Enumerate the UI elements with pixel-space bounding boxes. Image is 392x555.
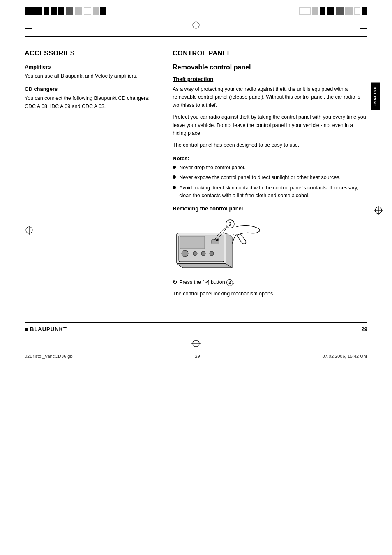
circle-number-2: 2	[226, 279, 233, 286]
corner-mark-bottom-right	[359, 339, 367, 347]
bottom-marks-row	[0, 336, 392, 351]
main-content: ACCESSORIES Amplifiers You can use all B…	[0, 37, 392, 310]
svg-point-14	[201, 251, 205, 256]
crosshair-bottom	[191, 339, 201, 348]
brand-area: BLAUPUNKT	[25, 326, 282, 332]
bar-block	[100, 7, 106, 15]
svg-point-13	[193, 251, 197, 256]
bar-block	[44, 7, 49, 15]
amplifiers-text: You can use all Blaupunkt and Velocity a…	[25, 72, 156, 80]
cd-changers-title: CD changers	[25, 86, 156, 92]
page-number: 29	[362, 326, 367, 332]
theft-protection-text-1: As a way of protecting your car radio ag…	[173, 85, 367, 109]
list-item: Avoid making direct skin contact with th…	[173, 184, 367, 200]
bar-block	[299, 7, 311, 15]
accessories-title: ACCESSORIES	[25, 50, 156, 57]
svg-point-15	[210, 251, 214, 256]
control-panel-illustration: 2	[173, 216, 263, 270]
bullet-icon	[173, 186, 176, 189]
note-1: Never drop the control panel.	[179, 164, 245, 172]
bar-block	[336, 7, 344, 15]
bar-block	[51, 7, 57, 15]
bar-block	[327, 7, 334, 15]
crosshair-right	[374, 206, 383, 215]
bar-block	[312, 7, 318, 15]
top-marks-row	[0, 15, 392, 35]
bar-block	[345, 7, 353, 15]
footer-center: 29	[195, 354, 200, 359]
amplifiers-title: Amplifiers	[25, 64, 156, 70]
notes-title: Notes:	[173, 155, 367, 161]
svg-point-12	[182, 250, 188, 257]
list-item: Never expose the control panel to direct…	[173, 174, 367, 182]
theft-protection-title: Theft protection	[173, 76, 367, 82]
theft-protection-text-2: Protect you car radio against theft by t…	[173, 113, 367, 137]
bar-block	[362, 7, 367, 15]
bar-block	[66, 7, 73, 15]
bar-block	[354, 7, 360, 15]
crosshair-left	[25, 226, 34, 235]
removing-title: Removing the control panel	[173, 205, 367, 212]
list-item: Never drop the control panel.	[173, 164, 367, 172]
brand-name: BLAUPUNKT	[30, 326, 67, 332]
control-panel-title: CONTROL PANEL	[173, 50, 367, 57]
svg-text:2: 2	[229, 221, 232, 227]
removable-control-panel-title: Removable control panel	[173, 64, 367, 71]
notes-list: Never drop the control panel. Never expo…	[173, 164, 367, 200]
footer-left: 02Bristol_VancCD36 gb	[25, 354, 73, 359]
bar-block	[58, 7, 64, 15]
bar-block	[320, 7, 325, 15]
note-2: Never expose the control panel to direct…	[179, 174, 341, 182]
bar-block	[75, 7, 82, 15]
footer: 02Bristol_VancCD36 gb 29 07.02.2006, 15:…	[0, 351, 392, 361]
button-symbol: ↗	[204, 279, 208, 285]
crosshair-top	[191, 21, 201, 30]
page: ACCESSORIES Amplifiers You can use all B…	[0, 0, 392, 555]
press-instruction: ↻ Press the [↗] button 2.	[173, 278, 367, 287]
bar-block	[93, 7, 99, 15]
arrow-icon: ↻	[173, 278, 178, 287]
corner-mark-top-left	[25, 21, 32, 29]
brand-row: BLAUPUNKT 29	[0, 323, 392, 336]
bullet-icon	[173, 166, 176, 169]
press-text: Press the [↗] button 2.	[179, 279, 234, 286]
corner-mark-top-right	[360, 21, 367, 29]
left-bar-group	[25, 7, 106, 15]
locking-mechanism-text: The control panel locking mechanism open…	[173, 290, 367, 298]
note-3: Avoid making direct skin contact with th…	[179, 184, 367, 200]
brand-dot-icon	[25, 328, 28, 331]
bar-block	[84, 7, 91, 15]
top-rule	[25, 36, 367, 37]
bar-block	[25, 7, 42, 15]
brand-line	[72, 329, 277, 329]
theft-protection-text-3: The control panel has been designed to b…	[173, 141, 367, 149]
right-bar-group	[299, 7, 367, 15]
svg-rect-11	[180, 236, 205, 249]
footer-right: 07.02.2006, 15:42 Uhr	[323, 354, 367, 359]
corner-mark-bottom-left	[25, 339, 33, 347]
right-column: CONTROL PANEL Removable control panel Th…	[168, 50, 367, 302]
bullet-icon	[173, 175, 176, 179]
top-bar-area	[0, 0, 392, 15]
english-tab: ENGLISH	[371, 83, 380, 110]
left-column: ACCESSORIES Amplifiers You can use all B…	[25, 50, 168, 302]
cd-changers-text: You can connect the following Blaupunkt …	[25, 94, 156, 111]
illustration-area: 2	[173, 216, 367, 270]
